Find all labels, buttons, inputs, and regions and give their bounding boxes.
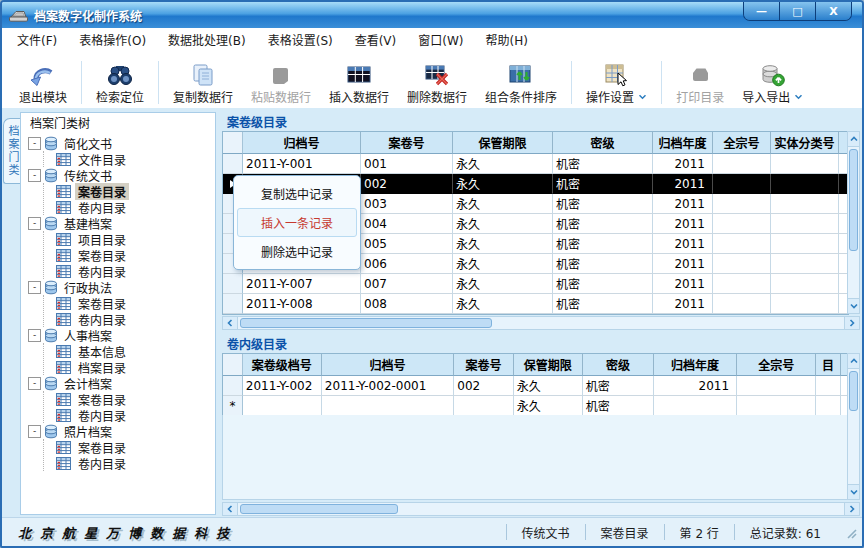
table-cell[interactable]: 2011-Y-007 xyxy=(243,274,361,294)
table-cell[interactable] xyxy=(737,396,816,416)
table-cell[interactable]: 机密 xyxy=(553,254,653,274)
tree-leaf-label[interactable]: 文件目录 xyxy=(75,151,129,168)
table-cell[interactable]: 2011-Y-008 xyxy=(243,294,361,314)
table-cell[interactable] xyxy=(771,214,839,234)
scroll-up-icon[interactable] xyxy=(848,354,859,369)
main-hscroll-track[interactable] xyxy=(238,317,844,329)
scroll-left-icon[interactable] xyxy=(223,503,238,515)
column-header-密级[interactable]: 密级 xyxy=(583,354,654,376)
tree-leaf-label[interactable]: 案卷目录 xyxy=(75,391,129,408)
table-cell[interactable] xyxy=(816,396,841,416)
tree-node-label[interactable]: 基建档案 xyxy=(61,215,115,232)
table-cell[interactable]: 永久 xyxy=(453,274,553,294)
column-header-保管期限[interactable]: 保管期限 xyxy=(453,132,553,154)
table-cell[interactable] xyxy=(771,154,839,174)
chevron-down-icon[interactable] xyxy=(794,94,803,100)
detail-hscroll-thumb[interactable] xyxy=(240,504,398,514)
tree-leaf-卷内目录[interactable]: 卷内目录 xyxy=(44,199,215,215)
table-row[interactable]: 2011-Y-0022011-Y-002-0001002永久机密2011 xyxy=(223,376,848,396)
scroll-up-icon[interactable] xyxy=(848,132,859,147)
table-row[interactable]: *永久机密 xyxy=(223,396,848,416)
tree-leaf-label[interactable]: 卷内目录 xyxy=(75,263,129,280)
tree-collapse-icon[interactable]: - xyxy=(28,137,41,150)
main-hscroll-thumb[interactable] xyxy=(240,318,492,328)
table-cell[interactable] xyxy=(713,214,771,234)
tree-leaf-文件目录[interactable]: 文件目录 xyxy=(44,151,215,167)
tree-node-label[interactable]: 行政执法 xyxy=(61,279,115,296)
table-cell[interactable] xyxy=(713,254,771,274)
tree-node-label[interactable]: 会计档案 xyxy=(61,375,115,392)
table-cell[interactable] xyxy=(713,174,771,194)
table-cell[interactable]: 002 xyxy=(454,376,513,396)
tree-node-label[interactable]: 简化文书 xyxy=(61,135,115,152)
toolbar-button-6[interactable]: 删除数据行 xyxy=(398,56,476,109)
tree-leaf-label[interactable]: 案卷目录 xyxy=(75,247,129,264)
table-cell[interactable] xyxy=(771,174,839,194)
scroll-down-icon[interactable] xyxy=(848,298,859,313)
table-cell[interactable]: 机密 xyxy=(553,294,653,314)
table-cell[interactable]: 2011 xyxy=(653,254,713,274)
table-cell[interactable]: 007 xyxy=(361,274,453,294)
table-row[interactable]: 2011-Y-007007永久机密2011 xyxy=(223,274,848,294)
tree-leaf-label[interactable]: 案卷目录 xyxy=(75,295,129,312)
column-header-案卷级档号[interactable]: 案卷级档号 xyxy=(243,354,322,376)
column-header-案卷号[interactable]: 案卷号 xyxy=(454,354,513,376)
row-selector-cell[interactable] xyxy=(223,294,243,314)
table-cell[interactable]: 2011-Y-002-0001 xyxy=(322,376,454,396)
column-header-案卷号[interactable]: 案卷号 xyxy=(361,132,453,154)
table-cell[interactable]: 2011 xyxy=(653,234,713,254)
table-cell[interactable]: 003 xyxy=(361,194,453,214)
tree-leaf-label[interactable]: 卷内目录 xyxy=(75,407,129,424)
table-cell[interactable] xyxy=(713,154,771,174)
table-cell[interactable]: 机密 xyxy=(553,234,653,254)
table-cell[interactable] xyxy=(322,396,454,416)
menu-item-2[interactable]: 表格操作(O) xyxy=(68,28,157,55)
tree-leaf-卷内目录[interactable]: 卷内目录 xyxy=(44,455,215,471)
table-row[interactable]: 2011-Y-008008永久机密2011 xyxy=(223,294,848,314)
column-header-保管期限[interactable]: 保管期限 xyxy=(514,354,583,376)
table-cell[interactable]: 永久 xyxy=(453,234,553,254)
close-button[interactable]: X xyxy=(815,2,851,20)
column-header-归档年度[interactable]: 归档年度 xyxy=(653,132,713,154)
table-cell[interactable] xyxy=(713,274,771,294)
tree-collapse-icon[interactable]: - xyxy=(28,217,41,230)
chevron-down-icon[interactable] xyxy=(638,94,647,100)
detail-vscroll-thumb[interactable] xyxy=(849,371,858,411)
tree-leaf-label[interactable]: 档案目录 xyxy=(75,359,129,376)
tree-leaf-案卷目录[interactable]: 案卷目录 xyxy=(44,439,215,455)
context-menu-item-3[interactable]: 删除选中记录 xyxy=(237,237,357,266)
table-cell[interactable]: 008 xyxy=(361,294,453,314)
tree-leaf-label[interactable]: 卷内目录 xyxy=(75,311,129,328)
tree-node-label[interactable]: 传统文书 xyxy=(61,167,115,184)
table-cell[interactable]: 2011-Y-001 xyxy=(243,154,361,174)
menu-item-7[interactable]: 帮助(H) xyxy=(475,28,539,55)
menu-item-6[interactable]: 窗口(W) xyxy=(407,28,474,55)
table-cell[interactable] xyxy=(654,396,737,416)
table-cell[interactable]: 机密 xyxy=(583,376,654,396)
tree-leaf-基本信息[interactable]: 基本信息 xyxy=(44,343,215,359)
detail-hscroll-track[interactable] xyxy=(238,503,844,515)
tree-collapse-icon[interactable]: - xyxy=(28,377,41,390)
scroll-left-icon[interactable] xyxy=(223,317,238,329)
table-cell[interactable]: 永久 xyxy=(514,376,583,396)
table-cell[interactable]: 永久 xyxy=(453,294,553,314)
tree-leaf-案卷目录[interactable]: 案卷目录 xyxy=(44,183,215,199)
tree-leaf-label[interactable]: 案卷目录 xyxy=(75,183,129,200)
table-cell[interactable]: 机密 xyxy=(553,274,653,294)
table-cell[interactable]: 2011 xyxy=(653,174,713,194)
tree-leaf-label[interactable]: 案卷目录 xyxy=(75,439,129,456)
context-menu-item-2[interactable]: 插入一条记录 xyxy=(237,208,357,237)
column-header-全宗号[interactable]: 全宗号 xyxy=(737,354,816,376)
table-cell[interactable] xyxy=(771,274,839,294)
main-vscroll-thumb[interactable] xyxy=(849,149,858,251)
scroll-right-icon[interactable] xyxy=(844,317,859,329)
tree-leaf-档案目录[interactable]: 档案目录 xyxy=(44,359,215,375)
column-header-归档号[interactable]: 归档号 xyxy=(243,132,361,154)
toolbar-button-1[interactable]: 退出模块 xyxy=(10,56,76,109)
column-header-归档号[interactable]: 归档号 xyxy=(322,354,454,376)
table-cell[interactable]: 永久 xyxy=(514,396,583,416)
tree-node-label[interactable]: 照片档案 xyxy=(61,423,115,440)
maximize-button[interactable]: □ xyxy=(779,2,815,20)
table-cell[interactable]: 2011-Y-002 xyxy=(243,376,322,396)
tree-leaf-卷内目录[interactable]: 卷内目录 xyxy=(44,407,215,423)
